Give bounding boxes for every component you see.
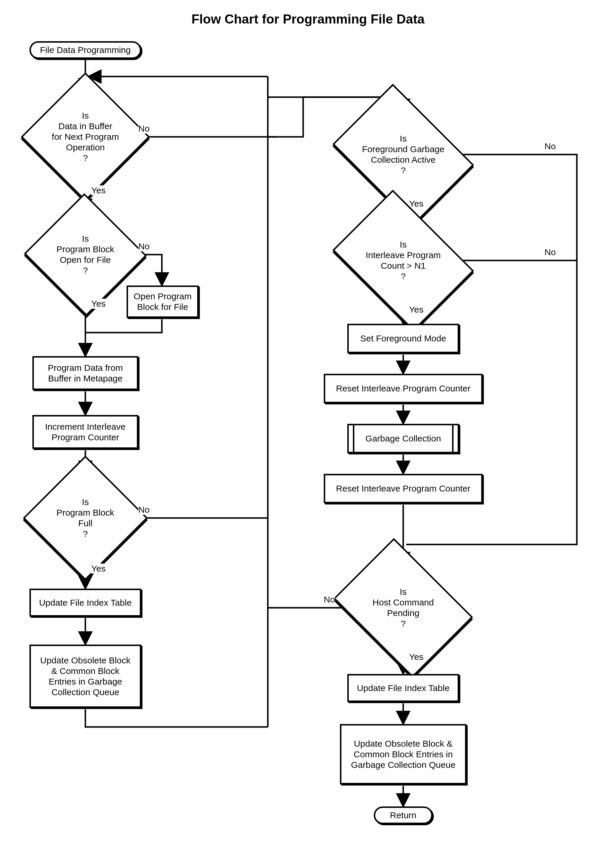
predefined-garbage-collection: Garbage Collection [347, 424, 459, 453]
decision-block-full: Is Program Block Full ? [41, 474, 130, 562]
process-open-block: Open Program Block for File [127, 286, 199, 318]
label-no: No [138, 124, 149, 133]
decision-interleave-text: Is Interleave Program Count > N1 ? [346, 218, 461, 303]
decision-fg-gc-text: Is Foreground Garbage Collection Active … [346, 112, 461, 197]
label-no: No [324, 595, 335, 604]
decision-fg-gc: Is Foreground Garbage Collection Active … [346, 112, 461, 197]
label-no: No [544, 141, 556, 151]
return-terminator: Return [374, 807, 433, 824]
decision-block-open: Is Program Block Open for File ? [41, 212, 130, 297]
decision-buffer: Is Data in Buffer for Next Program Opera… [40, 91, 131, 182]
decision-host-cmd-text: Is Host Command Pending ? [347, 565, 459, 650]
decision-interleave: Is Interleave Program Count > N1 ? [346, 218, 461, 303]
decision-block-full-text: Is Program Block Full ? [41, 474, 130, 562]
start-terminator: File Data Programming [30, 41, 141, 59]
process-program-data: Program Data from Buffer in Metapage [32, 356, 138, 390]
label-yes: Yes [409, 304, 423, 315]
label-no: No [138, 505, 149, 515]
label-no: No [544, 247, 556, 257]
label-yes: Yes [91, 185, 106, 195]
process-set-fg-mode: Set Foreground Mode [347, 324, 459, 353]
process-update-obsolete-right: Update Obsolete Block & Common Block Ent… [340, 724, 467, 785]
process-update-obsolete-left: Update Obsolete Block & Common Block Ent… [30, 645, 141, 708]
label-yes: Yes [409, 199, 423, 209]
process-update-fit-left: Update File Index Table [30, 589, 141, 617]
label-yes: Yes [409, 652, 423, 662]
label-yes: Yes [91, 299, 106, 309]
process-reset-counter-2: Reset Interleave Program Counter [324, 474, 483, 503]
page-title: Flow Chart for Programming File Data [12, 12, 604, 27]
process-update-fit-right: Update File Index Table [347, 674, 459, 702]
process-increment-counter: Increment Interleave Program Counter [32, 415, 138, 449]
decision-block-open-text: Is Program Block Open for File ? [41, 212, 130, 297]
label-yes: Yes [91, 563, 106, 574]
label-no: No [138, 241, 149, 251]
process-reset-counter-1: Reset Interleave Program Counter [324, 374, 483, 403]
decision-host-cmd: Is Host Command Pending ? [347, 565, 459, 650]
flowchart-canvas: File Data Programming Is Data in Buffer … [12, 38, 604, 847]
decision-buffer-text: Is Data in Buffer for Next Program Opera… [40, 91, 131, 182]
